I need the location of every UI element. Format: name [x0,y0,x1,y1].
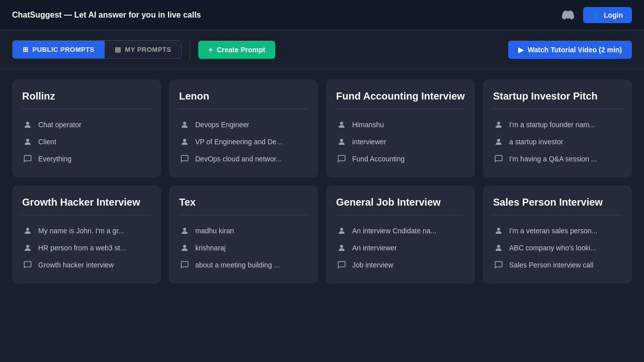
person1-icon [336,119,347,130]
card-person1-text: madhu kiran [195,227,234,235]
card-row-person1: I'm a veteran sales person... [493,222,622,239]
card-person2-text: ABC company who's looki... [509,244,596,252]
create-prompt-button[interactable]: + Create Prompt [198,41,275,59]
chat-icon [493,259,504,270]
card-topic-text: I'm having a Q&A session ... [509,155,597,163]
card-row-topic: Everything [22,150,151,167]
chat-icon [22,153,33,164]
card-row-topic: Job interview [336,256,465,274]
card-rollinz[interactable]: Rollinz Chat operator Client [12,79,161,177]
svg-point-3 [183,139,186,142]
card-fund-accounting-interview[interactable]: Fund Accounting Interview Himanshu inter… [326,79,475,177]
card-growth-hacker-interview[interactable]: Growth Hacker Interview My name is John.… [12,186,161,284]
app-logo: ChatSuggest — Let AI answer for you in l… [12,11,201,20]
grid-icon: ⊞ [23,46,29,53]
person2-icon [179,242,190,253]
card-row-person2: a startup investor [493,133,622,150]
card-row-person1: madhu kiran [179,222,308,239]
card-person2-text: VP of Engineering and De... [195,138,282,146]
discord-icon[interactable] [559,6,577,24]
card-startup-investor-pitch[interactable]: Startup Investor Pitch I'm a startup fou… [483,79,632,177]
card-person2-text: Client [38,138,56,146]
card-person2-text: An interviewer [352,244,397,252]
card-row-topic: Growth hacker interview [22,256,151,274]
card-general-job-interview[interactable]: General Job Interview An interview Cndid… [326,186,475,284]
card-row-topic: Sales Person interview call [493,256,622,274]
person2-icon [493,136,504,147]
svg-point-13 [340,245,343,248]
svg-point-5 [340,139,343,142]
person1-icon [336,225,347,236]
card-row-person2: VP of Engineering and De... [179,133,308,150]
card-topic-text: DevOps cloud and networ... [195,155,282,163]
tab-group: ⊞ PUBLIC PROMPTS ▤ MY PROMPTS [12,40,182,59]
card-person1-text: I'm a startup founder nam... [509,121,595,129]
card-row-person2: interviewer [336,133,465,150]
card-row-person1: An interview Cndidate na... [336,222,465,239]
svg-point-9 [26,245,29,248]
person2-icon [22,242,33,253]
chat-icon [22,259,33,270]
toolbar-divider [190,41,190,59]
file-icon: ▤ [115,46,121,53]
person1-icon [179,225,190,236]
card-title: Sales Person Interview [493,196,622,215]
header-actions: 👤 Login [559,6,632,24]
svg-point-8 [26,228,29,231]
public-prompts-tab[interactable]: ⊞ PUBLIC PROMPTS [13,41,105,58]
card-row-person1: Chat operator [22,116,151,133]
login-button[interactable]: 👤 Login [583,7,632,23]
card-row-person1: I'm a startup founder nam... [493,116,622,133]
card-title: General Job Interview [336,196,465,215]
card-topic-text: about a meeting building ... [195,261,280,269]
card-person2-text: krishnaraj [195,244,226,252]
chat-icon [336,259,347,270]
person1-icon [493,119,504,130]
card-tex[interactable]: Tex madhu kiran krishnaraj [169,186,318,284]
card-title: Growth Hacker Interview [22,196,151,215]
person1-icon [22,119,33,130]
card-row-person1: My name is John. I'm a gr... [22,222,151,239]
person1-icon [179,119,190,130]
card-person1-text: Devops Engineer [195,121,249,129]
card-title: Tex [179,196,308,215]
svg-point-10 [183,228,186,231]
prompts-grid: Rollinz Chat operator Client [0,69,644,294]
svg-point-4 [340,122,343,125]
card-topic-text: Sales Person interview call [509,261,593,269]
card-lenon[interactable]: Lenon Devops Engineer VP of Engineering … [169,79,318,177]
card-topic-text: Everything [38,155,71,163]
card-topic-text: Growth hacker interview [38,261,114,269]
card-person2-text: interviewer [352,138,386,146]
person2-icon [179,136,190,147]
card-person1-text: Himanshu [352,121,384,129]
person1-icon [22,225,33,236]
chat-icon [179,259,190,270]
watch-tutorial-button[interactable]: ▶ Watch Tutorial Video (2 min) [508,41,632,59]
chat-icon [179,153,190,164]
card-title: Lenon [179,89,308,109]
svg-point-1 [26,139,29,142]
svg-point-0 [26,122,29,125]
svg-point-7 [497,139,500,142]
card-row-person2: HR person from a web3 st... [22,239,151,256]
svg-point-15 [497,245,500,248]
plus-icon: + [208,46,212,54]
card-row-topic: about a meeting building ... [179,256,308,274]
my-prompts-tab[interactable]: ▤ MY PROMPTS [105,41,182,58]
svg-point-2 [183,122,186,125]
card-person2-text: a startup investor [509,138,563,146]
card-row-person1: Devops Engineer [179,116,308,133]
card-row-person2: An interviewer [336,239,465,256]
card-person1-text: My name is John. I'm a gr... [38,227,124,235]
svg-point-11 [183,245,186,248]
card-title: Rollinz [22,89,151,109]
card-row-person2: krishnaraj [179,239,308,256]
svg-point-6 [497,122,500,125]
chat-icon [336,153,347,164]
play-icon: ▶ [518,46,524,54]
card-sales-person-interview[interactable]: Sales Person Interview I'm a veteran sal… [483,186,632,284]
card-title: Startup Investor Pitch [493,89,622,109]
card-title: Fund Accounting Interview [336,89,465,109]
card-person1-text: I'm a veteran sales person... [509,227,597,235]
